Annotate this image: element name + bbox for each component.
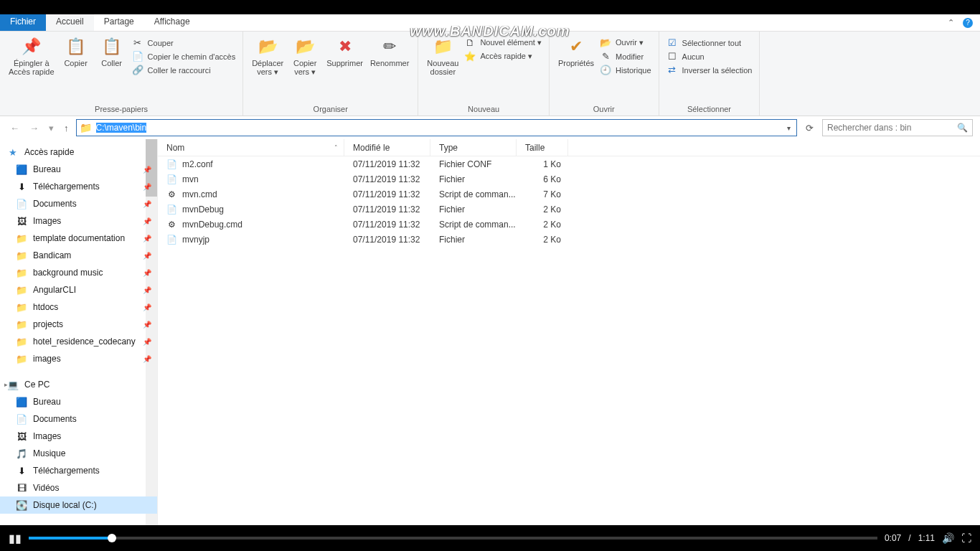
pin-icon: 📌	[143, 200, 151, 208]
sidebar-item[interactable]: 📄Documents📌	[0, 195, 157, 212]
paste-icon: 📋	[102, 36, 121, 57]
pin-icon: 📌	[143, 321, 151, 329]
volume-icon[interactable]: 🔊	[942, 532, 954, 544]
file-icon: 📄	[166, 159, 176, 169]
file-modified: 07/11/2019 11:32	[344, 174, 430, 184]
sidebar-item[interactable]: ⬇Téléchargements	[0, 462, 157, 479]
file-row[interactable]: 📄m2.conf07/11/2019 11:32Fichier CONF1 Ko	[158, 156, 980, 171]
help-icon[interactable]: ?	[963, 18, 973, 28]
properties-button[interactable]: ✔Propriétés	[557, 34, 595, 69]
sidebar-item[interactable]: 🟦Bureau📌	[0, 161, 157, 178]
fullscreen-icon[interactable]: ⛶	[961, 532, 971, 544]
open-icon: 📂	[600, 37, 611, 48]
tab-home[interactable]: Accueil	[46, 14, 94, 31]
select-all-button[interactable]: ☑Sélectionner tout	[666, 37, 753, 48]
folder-icon: 📁	[80, 122, 92, 133]
modify-button[interactable]: ✎Modifier	[600, 51, 651, 62]
sidebar-this-pc[interactable]: ▸💻Ce PC	[0, 376, 157, 393]
sidebar-item[interactable]: 📁template documentation📌	[0, 230, 157, 247]
file-row[interactable]: 📄mvnDebug07/11/2019 11:32Fichier2 Ko	[158, 202, 980, 217]
video-player-bar: ▮▮ 0:07 / 1:11 🔊 ⛶	[0, 525, 980, 551]
delete-button[interactable]: ✖Supprimer	[325, 34, 364, 69]
sidebar-item-label: Bureau	[33, 164, 61, 174]
collapse-ribbon-icon[interactable]: ⌃	[948, 18, 954, 27]
file-icon: ⚙	[166, 189, 176, 199]
sidebar-quick-access[interactable]: ★Accès rapide	[0, 143, 157, 161]
quick-access-button[interactable]: ⭐Accès rapide ▾	[464, 51, 542, 62]
sidebar-item[interactable]: 🖼Images📌	[0, 212, 157, 230]
file-row[interactable]: ⚙mvnDebug.cmd07/11/2019 11:32Script de c…	[158, 217, 980, 232]
move-to-icon: 📂	[258, 36, 278, 57]
tab-view[interactable]: Affichage	[144, 14, 200, 31]
copy-to-button[interactable]: 📂Copier vers ▾	[289, 34, 321, 78]
sidebar-item-label: Téléchargements	[33, 182, 100, 192]
paste-button[interactable]: 📋Coller	[96, 34, 128, 69]
delete-icon: ✖	[339, 36, 352, 57]
refresh-button[interactable]: ⟳	[801, 123, 818, 133]
item-icon: 📄	[16, 414, 27, 425]
back-button[interactable]: ←	[7, 123, 22, 133]
sidebar-item[interactable]: 🎞Vidéos	[0, 479, 157, 496]
column-name[interactable]: Nom˄	[158, 139, 344, 156]
file-row[interactable]: 📄mvnyjp07/11/2019 11:32Fichier2 Ko	[158, 232, 980, 247]
sidebar-item[interactable]: 📄Documents	[0, 410, 157, 428]
sidebar-item[interactable]: 🖼Images	[0, 428, 157, 445]
star-icon: ★	[7, 147, 19, 158]
sidebar-item[interactable]: ⬇Téléchargements📌	[0, 178, 157, 195]
address-input[interactable]	[96, 123, 781, 133]
progress-bar[interactable]	[29, 537, 877, 540]
search-input[interactable]	[827, 123, 953, 133]
pin-icon: 📌	[143, 303, 151, 311]
select-none-button[interactable]: ☐Aucun	[666, 51, 753, 62]
column-size[interactable]: Taille	[517, 139, 568, 156]
sidebar-item[interactable]: 💽Disque local (C:)	[0, 496, 157, 514]
paste-shortcut-button[interactable]: 🔗Coller le raccourci	[132, 65, 236, 75]
file-name: mvnDebug.cmd	[182, 220, 242, 230]
file-row[interactable]: ⚙mvn.cmd07/11/2019 11:32Script de comman…	[158, 187, 980, 202]
sidebar-item-label: Bureau	[33, 397, 61, 407]
rename-button[interactable]: ✏Renommer	[369, 34, 410, 69]
sidebar-item[interactable]: 📁AngularCLI📌	[0, 281, 157, 298]
sidebar-item[interactable]: 📁projects📌	[0, 316, 157, 333]
sidebar-item[interactable]: 📁background music📌	[0, 264, 157, 281]
pin-icon: 📌	[143, 183, 151, 191]
pause-button[interactable]: ▮▮	[9, 532, 22, 545]
file-type: Fichier	[430, 235, 517, 245]
file-name: mvn	[182, 174, 199, 184]
tab-file[interactable]: Fichier	[0, 14, 46, 31]
sidebar-item[interactable]: 🎵Musique	[0, 445, 157, 462]
recent-dropdown[interactable]: ▾	[46, 123, 57, 133]
address-bar[interactable]: 📁 ▾	[76, 119, 798, 136]
new-folder-button[interactable]: 📁Nouveau dossier	[425, 34, 460, 77]
forward-button[interactable]: →	[27, 123, 42, 133]
select-none-icon: ☐	[666, 51, 678, 62]
sidebar-item[interactable]: 🟦Bureau	[0, 393, 157, 410]
file-modified: 07/11/2019 11:32	[344, 235, 430, 245]
file-size: 7 Ko	[517, 189, 568, 199]
tab-share[interactable]: Partage	[94, 14, 144, 31]
ribbon: 📌Épingler à Accès rapide 📋Copier 📋Coller…	[0, 32, 980, 116]
invert-selection-button[interactable]: ⇄Inverser la sélection	[666, 65, 753, 75]
group-label-open: Ouvrir	[593, 103, 615, 114]
copy-path-button[interactable]: 📄Copier le chemin d'accès	[132, 51, 236, 62]
pin-quick-access-button[interactable]: 📌Épingler à Accès rapide	[7, 34, 56, 77]
column-modified[interactable]: Modifié le	[344, 139, 430, 156]
column-type[interactable]: Type	[430, 139, 517, 156]
up-button[interactable]: ↑	[61, 123, 72, 133]
copy-icon: 📋	[66, 36, 85, 57]
history-button[interactable]: 🕘Historique	[600, 65, 651, 75]
sidebar-item[interactable]: 📁hotel_residence_codecany📌	[0, 333, 157, 350]
file-modified: 07/11/2019 11:32	[344, 159, 430, 169]
expand-icon[interactable]: ▸	[4, 381, 8, 388]
address-dropdown-icon[interactable]: ▾	[784, 124, 793, 132]
sidebar-item[interactable]: 📁htdocs📌	[0, 298, 157, 316]
cut-button[interactable]: ✂Couper	[132, 37, 236, 48]
sidebar-item[interactable]: 📁Bandicam📌	[0, 247, 157, 264]
sidebar-item[interactable]: 📁images📌	[0, 350, 157, 367]
search-box[interactable]: 🔍	[822, 119, 973, 136]
file-row[interactable]: 📄mvn07/11/2019 11:32Fichier6 Ko	[158, 171, 980, 187]
copy-button[interactable]: 📋Copier	[60, 34, 92, 69]
search-icon: 🔍	[957, 123, 968, 133]
move-to-button[interactable]: 📂Déplacer vers ▾	[250, 34, 285, 78]
open-button[interactable]: 📂Ouvrir ▾	[600, 37, 651, 48]
